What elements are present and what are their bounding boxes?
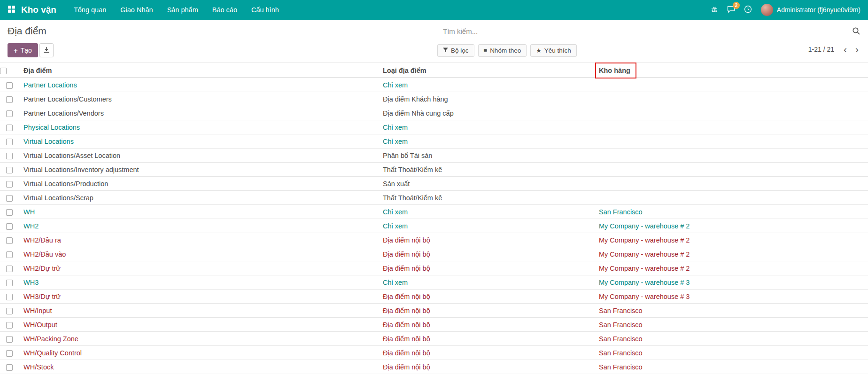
location-name-cell[interactable]: Physical Locations bbox=[19, 120, 378, 134]
row-checkbox[interactable] bbox=[6, 350, 13, 357]
row-checkbox[interactable] bbox=[6, 167, 13, 173]
location-name-cell[interactable]: Partner Locations bbox=[19, 78, 378, 92]
table-row[interactable]: Physical Locations Chỉ xem bbox=[0, 120, 868, 134]
debug-button[interactable] bbox=[711, 6, 718, 15]
location-type-cell[interactable]: Địa điểm nội bộ bbox=[378, 332, 594, 346]
row-checkbox[interactable] bbox=[6, 336, 13, 343]
location-type-cell[interactable]: Phân bổ Tài sản bbox=[378, 149, 594, 163]
search-input[interactable] bbox=[443, 25, 845, 37]
location-type-cell[interactable]: Địa điểm Nhà cung cấp bbox=[378, 106, 594, 120]
table-row[interactable]: WH2/Đầu vào Địa điểm nội bộ My Company -… bbox=[0, 247, 868, 261]
row-checkbox[interactable] bbox=[6, 139, 13, 145]
warehouse-cell[interactable]: My Company - warehouse # 2 bbox=[594, 219, 868, 233]
table-row[interactable]: WH Chỉ xem San Francisco bbox=[0, 205, 868, 219]
table-row[interactable]: WH/Output Địa điểm nội bộ San Francisco bbox=[0, 318, 868, 332]
location-name-cell[interactable]: WH/Input bbox=[19, 304, 378, 318]
location-type-cell[interactable]: Chỉ xem bbox=[378, 275, 594, 290]
apps-menu-button[interactable] bbox=[8, 5, 16, 15]
location-name-cell[interactable]: WH/Packing Zone bbox=[19, 332, 378, 346]
table-row[interactable]: WH3/Dự trữ Địa điểm nội bộ My Company - … bbox=[0, 290, 868, 304]
messages-button[interactable]: 2 bbox=[727, 6, 735, 15]
location-name-cell[interactable]: Virtual Locations bbox=[19, 134, 378, 149]
location-type-cell[interactable]: Sản xuất bbox=[378, 177, 594, 191]
column-header-dia-diem[interactable]: Địa điểm bbox=[19, 63, 378, 78]
table-row[interactable]: WH2 Chỉ xem My Company - warehouse # 2 bbox=[0, 219, 868, 233]
location-type-cell[interactable]: Chỉ xem bbox=[378, 78, 594, 92]
warehouse-cell[interactable] bbox=[594, 120, 868, 134]
location-name-cell[interactable]: WH2/Dự trữ bbox=[19, 261, 378, 275]
table-row[interactable]: Virtual Locations/Inventory adjustment T… bbox=[0, 163, 868, 177]
location-name-cell[interactable]: WH/Stock bbox=[19, 360, 378, 374]
location-type-cell[interactable]: Thất Thoát/Kiểm kê bbox=[378, 191, 594, 205]
location-type-cell[interactable]: Chỉ xem bbox=[378, 219, 594, 233]
location-type-cell[interactable]: Địa điểm Khách hàng bbox=[378, 92, 594, 106]
table-row[interactable]: Virtual Locations/Asset Location Phân bổ… bbox=[0, 149, 868, 163]
warehouse-cell[interactable]: San Francisco bbox=[594, 346, 868, 360]
row-checkbox[interactable] bbox=[6, 322, 13, 329]
location-type-cell[interactable]: Địa điểm nội bộ bbox=[378, 360, 594, 374]
export-button[interactable] bbox=[39, 43, 54, 57]
row-checkbox[interactable] bbox=[6, 82, 13, 89]
menu-tong-quan[interactable]: Tổng quan bbox=[67, 0, 113, 20]
table-row[interactable]: WH2/Đầu ra Địa điểm nội bộ My Company - … bbox=[0, 233, 868, 247]
location-name-cell[interactable]: WH2 bbox=[19, 219, 378, 233]
app-name[interactable]: Kho vận bbox=[21, 5, 56, 15]
location-name-cell[interactable]: WH3/Dự trữ bbox=[19, 290, 378, 304]
location-name-cell[interactable]: Virtual Locations/Asset Location bbox=[19, 149, 378, 163]
table-row[interactable]: WH/Packing Zone Địa điểm nội bộ San Fran… bbox=[0, 332, 868, 346]
row-checkbox[interactable] bbox=[6, 153, 13, 159]
row-checkbox[interactable] bbox=[6, 195, 13, 202]
location-name-cell[interactable]: WH2/Đầu vào bbox=[19, 247, 378, 261]
table-row[interactable]: Partner Locations/Vendors Địa điểm Nhà c… bbox=[0, 106, 868, 120]
pager-next-button[interactable]: › bbox=[852, 44, 861, 54]
location-name-cell[interactable]: Virtual Locations/Production bbox=[19, 177, 378, 191]
row-checkbox[interactable] bbox=[6, 364, 13, 371]
row-checkbox[interactable] bbox=[6, 266, 13, 272]
warehouse-cell[interactable]: My Company - warehouse # 3 bbox=[594, 290, 868, 304]
warehouse-cell[interactable] bbox=[594, 78, 868, 92]
favorites-button[interactable]: ★ Yêu thích bbox=[530, 44, 577, 57]
row-checkbox[interactable] bbox=[6, 96, 13, 103]
warehouse-cell[interactable] bbox=[594, 191, 868, 205]
column-header-loai-dia-diem[interactable]: Loại địa điểm bbox=[378, 63, 594, 78]
warehouse-cell[interactable]: My Company - warehouse # 2 bbox=[594, 247, 868, 261]
location-name-cell[interactable]: Virtual Locations/Inventory adjustment bbox=[19, 163, 378, 177]
warehouse-cell[interactable] bbox=[594, 134, 868, 149]
location-type-cell[interactable]: Chỉ xem bbox=[378, 134, 594, 149]
row-checkbox[interactable] bbox=[6, 181, 13, 188]
warehouse-cell[interactable]: San Francisco bbox=[594, 332, 868, 346]
row-checkbox[interactable] bbox=[6, 294, 13, 300]
user-menu[interactable]: Administrator (fj6nyue0vi9m) bbox=[761, 4, 860, 16]
location-type-cell[interactable]: Địa điểm nội bộ bbox=[378, 233, 594, 247]
row-checkbox[interactable] bbox=[6, 251, 13, 258]
pager-previous-button[interactable]: ‹ bbox=[841, 44, 850, 54]
activities-button[interactable] bbox=[744, 5, 752, 15]
location-name-cell[interactable]: WH bbox=[19, 205, 378, 219]
warehouse-cell[interactable]: San Francisco bbox=[594, 205, 868, 219]
warehouse-cell[interactable]: San Francisco bbox=[594, 360, 868, 374]
warehouse-cell[interactable] bbox=[594, 163, 868, 177]
row-checkbox[interactable] bbox=[6, 209, 13, 216]
row-checkbox[interactable] bbox=[6, 110, 13, 117]
table-row[interactable]: Virtual Locations/Production Sản xuất bbox=[0, 177, 868, 191]
location-name-cell[interactable]: Partner Locations/Vendors bbox=[19, 106, 378, 120]
row-checkbox[interactable] bbox=[6, 237, 13, 244]
warehouse-cell[interactable] bbox=[594, 106, 868, 120]
location-type-cell[interactable]: Địa điểm nội bộ bbox=[378, 304, 594, 318]
table-row[interactable]: Virtual Locations Chỉ xem bbox=[0, 134, 868, 149]
location-name-cell[interactable]: Partner Locations/Customers bbox=[19, 92, 378, 106]
location-type-cell[interactable]: Chỉ xem bbox=[378, 120, 594, 134]
row-checkbox[interactable] bbox=[6, 223, 13, 230]
warehouse-cell[interactable]: San Francisco bbox=[594, 318, 868, 332]
location-name-cell[interactable]: WH/Output bbox=[19, 318, 378, 332]
warehouse-cell[interactable]: My Company - warehouse # 2 bbox=[594, 233, 868, 247]
warehouse-cell[interactable]: San Francisco bbox=[594, 304, 868, 318]
location-name-cell[interactable]: Virtual Locations/Scrap bbox=[19, 191, 378, 205]
table-row[interactable]: WH3 Chỉ xem My Company - warehouse # 3 bbox=[0, 275, 868, 290]
table-row[interactable]: Partner Locations/Customers Địa điểm Khá… bbox=[0, 92, 868, 106]
warehouse-cell[interactable] bbox=[594, 177, 868, 191]
table-row[interactable]: Virtual Locations/Scrap Thất Thoát/Kiểm … bbox=[0, 191, 868, 205]
warehouse-cell[interactable] bbox=[594, 149, 868, 163]
table-row[interactable]: WH2/Dự trữ Địa điểm nội bộ My Company - … bbox=[0, 261, 868, 275]
menu-giao-nhan[interactable]: Giao Nhận bbox=[113, 0, 160, 20]
